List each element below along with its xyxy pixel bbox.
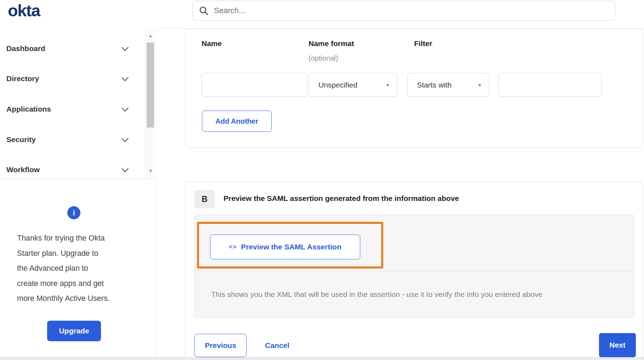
- name-column-label: Name: [202, 39, 222, 48]
- okta-logo[interactable]: okta: [8, 1, 40, 20]
- previous-button[interactable]: Previous: [194, 334, 247, 357]
- name-format-select[interactable]: Unspecified ▾: [309, 73, 397, 97]
- sidebar-item-dashboard[interactable]: Dashboard: [0, 40, 142, 57]
- step-b-badge: B: [194, 190, 215, 208]
- sidebar-item-label: Directory: [6, 74, 39, 83]
- sidebar-item-directory[interactable]: Directory: [0, 71, 142, 87]
- chevron-down-icon: [122, 135, 129, 142]
- chevron-down-icon: [122, 105, 129, 112]
- search-input[interactable]: [213, 6, 615, 16]
- scroll-up-icon[interactable]: ▲: [145, 31, 156, 40]
- info-icon: i: [67, 206, 80, 219]
- sidebar-item-workflow[interactable]: Workflow: [0, 162, 142, 178]
- preview-note: This shows you the XML that will be used…: [211, 290, 542, 299]
- filter-column-label: Filter: [414, 39, 432, 48]
- chevron-down-icon: [122, 165, 129, 172]
- attribute-statements-panel: Name Name format (optional) Filter Unspe…: [185, 28, 643, 148]
- preview-button-label: Preview the SAML Assertion: [241, 243, 341, 251]
- filter-type-selected-value: Starts with: [417, 81, 478, 89]
- sidebar-item-applications[interactable]: Applications: [0, 101, 142, 117]
- attribute-name-input[interactable]: [202, 73, 307, 97]
- name-format-optional-hint: (optional): [309, 54, 338, 62]
- global-search[interactable]: [192, 1, 615, 21]
- search-icon: [199, 6, 208, 15]
- dropdown-caret-icon: ▾: [386, 82, 389, 88]
- code-icon: <>: [229, 243, 237, 251]
- sidebar-item-security[interactable]: Security: [0, 131, 142, 148]
- sidebar-item-label: Security: [6, 135, 36, 144]
- sidebar-nav: Dashboard Directory Applications Securit…: [0, 28, 156, 179]
- chevron-down-icon: [122, 74, 129, 81]
- cancel-link[interactable]: Cancel: [265, 334, 289, 357]
- upsell-line: Thanks for trying the Okta: [17, 231, 110, 246]
- horizontal-scrollbar[interactable]: [0, 357, 644, 360]
- plan-upsell-panel: i Thanks for trying the Okta Starter pla…: [0, 179, 156, 357]
- preview-section-heading: Preview the SAML assertion generated fro…: [224, 194, 459, 203]
- scroll-down-icon[interactable]: ▼: [145, 167, 156, 176]
- filter-type-select[interactable]: Starts with ▾: [407, 73, 489, 97]
- upgrade-button[interactable]: Upgrade: [47, 321, 101, 341]
- upsell-line: more Monthly Active Users.: [17, 291, 110, 306]
- upsell-line: the Advanced plan to: [17, 261, 110, 276]
- preview-saml-panel: B Preview the SAML assertion generated f…: [185, 181, 643, 359]
- top-header: okta: [0, 0, 644, 29]
- filter-value-input[interactable]: [498, 73, 602, 97]
- sidebar-item-label: Applications: [6, 105, 51, 113]
- sidebar-scrollbar[interactable]: ▲ ▼: [145, 28, 156, 179]
- next-button[interactable]: Next: [599, 333, 636, 357]
- scrollbar-thumb[interactable]: [147, 43, 154, 128]
- name-format-selected-value: Unspecified: [318, 81, 386, 89]
- upsell-message: Thanks for trying the Okta Starter plan.…: [17, 231, 110, 306]
- sidebar-item-label: Workflow: [6, 165, 40, 174]
- chevron-down-icon: [122, 44, 129, 51]
- upsell-line: Starter plan. Upgrade to: [17, 246, 110, 261]
- sidebar-item-label: Dashboard: [6, 44, 45, 53]
- okta-admin-page: okta Dashboard Directory Applications Se…: [0, 0, 644, 360]
- dropdown-caret-icon: ▾: [478, 82, 481, 88]
- name-format-column-label: Name format: [309, 39, 354, 48]
- add-another-button[interactable]: Add Another: [202, 111, 272, 132]
- upsell-line: create more apps and get: [17, 276, 110, 291]
- preview-area: This shows you the XML that will be used…: [194, 215, 634, 317]
- preview-saml-assertion-button[interactable]: <> Preview the SAML Assertion: [210, 235, 360, 259]
